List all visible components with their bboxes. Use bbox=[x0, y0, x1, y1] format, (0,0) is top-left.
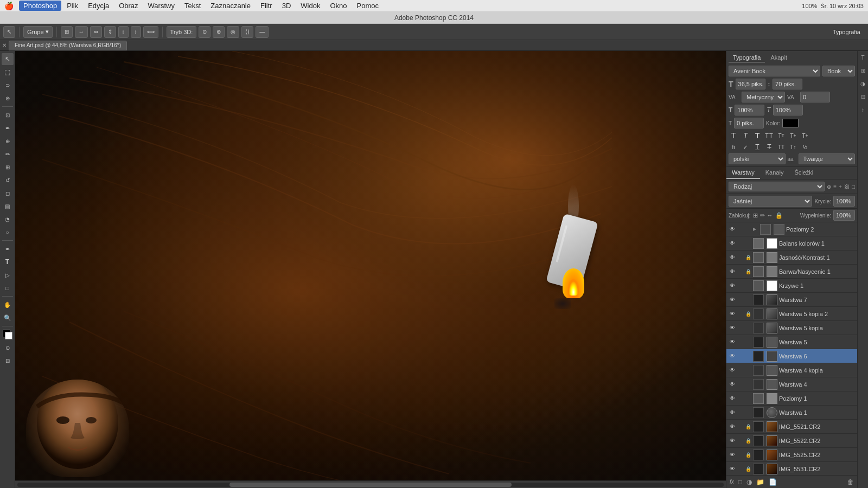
t-bold-btn[interactable]: T bbox=[752, 131, 762, 140]
menu-item-widok[interactable]: Widok bbox=[296, 1, 324, 11]
layer-item-warstwa6[interactable]: 👁 Warstwa 6 bbox=[726, 349, 857, 363]
layer-item-poziomy1[interactable]: 👁 Poziomy 1 bbox=[726, 391, 857, 406]
layer-item-barwa[interactable]: 👁 🔒 Barwa/Nasycenie 1 bbox=[726, 265, 857, 279]
canvas-area[interactable] bbox=[15, 51, 726, 488]
right-icon-2[interactable]: ⊞ bbox=[859, 66, 867, 75]
lock-px-icon[interactable]: ⊞ bbox=[753, 212, 758, 219]
move-tool-btn[interactable]: ↖ bbox=[2, 53, 14, 65]
transform-btn6[interactable]: ↕ bbox=[131, 26, 141, 38]
move-tool[interactable]: ↖ bbox=[3, 26, 15, 38]
layer-eye-icon[interactable]: 👁 bbox=[729, 381, 736, 388]
delete-layer-icon[interactable]: 🗑 bbox=[847, 478, 854, 486]
layer-eye-icon[interactable]: 👁 bbox=[729, 310, 736, 318]
scroll-thumb[interactable] bbox=[229, 483, 512, 487]
layer-add-icon[interactable]: + bbox=[839, 184, 842, 190]
close-doc-icon[interactable]: ✕ bbox=[2, 42, 7, 48]
t-underline-btn[interactable]: T bbox=[752, 142, 762, 152]
new-layer-icon[interactable]: 📄 bbox=[769, 478, 777, 486]
menu-item-tekst[interactable]: Tekst bbox=[180, 1, 205, 11]
layer-filter-select[interactable]: Rodzaj bbox=[729, 182, 825, 191]
tracking-input[interactable] bbox=[800, 92, 830, 102]
t-regular-btn[interactable]: T bbox=[729, 131, 738, 140]
horizontal-scrollbar[interactable] bbox=[15, 480, 726, 488]
layer-eye-icon[interactable]: 👁 bbox=[729, 282, 736, 290]
transform-btn3[interactable]: ⇔ bbox=[90, 26, 102, 38]
scale-h-input[interactable] bbox=[773, 105, 803, 115]
layer-eye-icon[interactable]: 👁 bbox=[729, 437, 736, 445]
layer-eye-icon[interactable]: 👁 bbox=[729, 226, 736, 233]
dodge-tool-btn[interactable]: ○ bbox=[2, 226, 14, 238]
t-strikethrough-btn[interactable]: T bbox=[764, 142, 774, 152]
tab-typografia[interactable]: Typografia bbox=[729, 53, 765, 62]
3d-btn1[interactable]: ⊙ bbox=[199, 26, 210, 38]
layer-eye-icon[interactable]: 👁 bbox=[729, 352, 736, 360]
new-group-icon[interactable]: 📁 bbox=[756, 478, 764, 486]
shape-tool-btn[interactable]: □ bbox=[2, 282, 14, 294]
transform-btn1[interactable]: ⊞ bbox=[61, 26, 73, 38]
layer-item-poziomy2[interactable]: 👁 ▶ Poziomy 2 bbox=[726, 222, 857, 236]
layer-eye-icon[interactable]: 👁 bbox=[729, 296, 736, 304]
scroll-track[interactable] bbox=[17, 483, 724, 487]
layer-item-jasnosc[interactable]: 👁 🔒 Jasność/Kontrast 1 bbox=[726, 251, 857, 265]
text-tool-btn[interactable]: T bbox=[2, 256, 14, 268]
layer-item-warstwa1[interactable]: 👁 Warstwa 1 bbox=[726, 406, 857, 420]
layer-eye-icon[interactable]: 👁 bbox=[729, 254, 736, 261]
add-mask-icon[interactable]: □ bbox=[738, 478, 742, 486]
layer-item-img5525[interactable]: 👁 🔒 IMG_5525.CR2 bbox=[726, 448, 857, 462]
3d-btn2[interactable]: ⊕ bbox=[213, 26, 225, 38]
font-size-input[interactable] bbox=[736, 79, 765, 89]
layer-eye-icon[interactable]: 👁 bbox=[729, 409, 736, 416]
fill-input[interactable] bbox=[833, 210, 855, 221]
t-ligature-btn[interactable]: fi bbox=[729, 142, 738, 152]
filter-toggle-icon[interactable]: ⊛ bbox=[827, 184, 831, 190]
menu-item-okno[interactable]: Okno bbox=[326, 1, 351, 11]
font-family-select[interactable]: Avenir Book bbox=[729, 66, 820, 76]
stamp-tool-btn[interactable]: ⊞ bbox=[2, 161, 14, 173]
opacity-input[interactable] bbox=[833, 196, 855, 207]
quick-select-tool-btn[interactable]: ⊛ bbox=[2, 92, 14, 104]
menu-item-edycja[interactable]: Edycja bbox=[84, 1, 113, 11]
layer-options-icon[interactable]: ≡ bbox=[833, 184, 837, 190]
menu-item-3d[interactable]: 3D bbox=[278, 1, 296, 11]
layer-item-warstwa4k[interactable]: 👁 Warstwa 4 kopia bbox=[726, 363, 857, 377]
color-swatch[interactable] bbox=[782, 119, 799, 127]
t-super-btn[interactable]: T+ bbox=[788, 131, 798, 140]
path-select-btn[interactable]: ▷ bbox=[2, 269, 14, 281]
3d-mode-btn[interactable]: Tryb 3D: bbox=[167, 26, 197, 38]
t-ligature2-btn[interactable]: ✓ bbox=[741, 142, 750, 152]
language-select[interactable]: polski bbox=[729, 153, 786, 164]
baseline-input[interactable] bbox=[734, 118, 764, 129]
menu-item-plik[interactable]: Plik bbox=[62, 1, 82, 11]
foreground-color[interactable] bbox=[2, 329, 14, 341]
scale-v-input[interactable] bbox=[735, 105, 764, 115]
t-smallcaps-btn[interactable]: TT bbox=[776, 131, 786, 140]
layer-eye-icon[interactable]: 👁 bbox=[729, 324, 736, 332]
layer-eye-icon[interactable]: 👁 bbox=[729, 451, 736, 459]
layer-item-img5531[interactable]: 👁 🔒 IMG_5531.CR2 bbox=[726, 462, 857, 475]
mode-selector[interactable]: Grupe ▾ bbox=[23, 26, 53, 38]
layer-item-warstwa7[interactable]: 👁 Warstwa 7 bbox=[726, 293, 857, 307]
menu-item-photoshop[interactable]: Photoshop bbox=[19, 1, 61, 11]
quick-mask-btn[interactable]: ⊙ bbox=[2, 342, 14, 354]
marquee-tool-btn[interactable]: ⬚ bbox=[2, 66, 14, 78]
menu-item-warstwy[interactable]: Warstwy bbox=[144, 1, 179, 11]
right-icon-5[interactable]: ↕ bbox=[859, 105, 867, 114]
antialiasing-select[interactable]: Twarде bbox=[799, 153, 856, 164]
layer-link-icon[interactable]: ⛓ bbox=[844, 184, 850, 190]
t-allcaps-btn[interactable]: TT bbox=[764, 131, 774, 140]
menu-item-obraz[interactable]: Obraz bbox=[114, 1, 142, 11]
tab-kanaly[interactable]: Kanały bbox=[760, 167, 789, 179]
menu-item-pomoc[interactable]: Pomoc bbox=[352, 1, 382, 11]
t-ordinal-btn[interactable]: TT bbox=[776, 142, 786, 152]
eyedropper-tool-btn[interactable]: ✒ bbox=[2, 122, 14, 134]
blur-tool-btn[interactable]: ◔ bbox=[2, 213, 14, 225]
menu-item-filtr[interactable]: Filtr bbox=[256, 1, 277, 11]
layer-item-img5521[interactable]: 👁 🔒 IMG_5521.CR2 bbox=[726, 420, 857, 434]
layer-eye-icon[interactable]: 👁 bbox=[729, 395, 736, 402]
doc-tab[interactable]: Fine Art.psd @ 44,8% (Warstwa 6,RGB/16*) bbox=[9, 41, 127, 50]
right-icon-4[interactable]: ⊟ bbox=[859, 92, 867, 101]
right-icon-1[interactable]: T bbox=[859, 53, 867, 62]
tab-akapit[interactable]: Akapit bbox=[766, 53, 792, 62]
layer-item-warstwa5k2[interactable]: 👁 🔒 Warstwa 5 kopia 2 bbox=[726, 307, 857, 321]
new-adj-icon[interactable]: ◑ bbox=[746, 478, 752, 486]
